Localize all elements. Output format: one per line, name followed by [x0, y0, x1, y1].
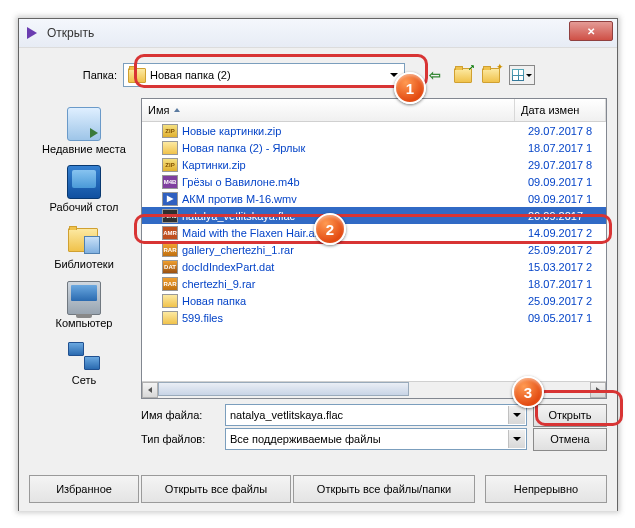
open-all-folders-button[interactable]: Открыть все файлы/папки	[293, 475, 475, 503]
filename-value: natalya_vetlitskaya.flac	[230, 409, 343, 421]
file-row[interactable]: Новая папка (2) - Ярлык18.07.2017 1	[142, 139, 606, 156]
place-recent[interactable]: Недавние места	[38, 102, 130, 160]
file-date: 29.07.2017 8	[528, 159, 606, 171]
computer-icon	[67, 281, 101, 315]
file-type-icon	[162, 209, 178, 223]
annotation-badge-1: 1	[394, 72, 426, 104]
continuous-button[interactable]: Непрерывно	[485, 475, 607, 503]
cancel-button[interactable]: Отмена	[533, 428, 607, 451]
file-row[interactable]: Грёзы о Вавилоне.m4b09.09.2017 1	[142, 173, 606, 190]
window-title: Открыть	[47, 26, 94, 40]
place-libraries[interactable]: Библиотеки	[38, 218, 130, 276]
desktop-icon	[67, 165, 101, 199]
file-date: 14.09.2017 2	[528, 227, 606, 239]
file-date: 25.09.2017 2	[528, 244, 606, 256]
file-date: 18.07.2017 1	[528, 142, 606, 154]
file-row[interactable]: АКМ против М-16.wmv09.09.2017 1	[142, 190, 606, 207]
file-date: 25.09.2017 2	[528, 295, 606, 307]
view-menu-icon[interactable]	[509, 65, 535, 85]
place-label: Рабочий стол	[49, 201, 118, 213]
file-list-area: Имя Дата измен Новые картинки.zip29.07.2…	[141, 98, 607, 399]
file-type-icon	[162, 141, 178, 155]
new-folder-icon[interactable]	[481, 65, 501, 85]
file-row[interactable]: Картинки.zip29.07.2017 8	[142, 156, 606, 173]
file-type-icon	[162, 277, 178, 291]
place-label: Библиотеки	[54, 258, 114, 270]
scroll-left-icon[interactable]	[142, 382, 158, 398]
file-name: Новые картинки.zip	[182, 125, 528, 137]
lookin-combo[interactable]: Новая папка (2)	[123, 63, 405, 87]
file-type-icon	[162, 124, 178, 138]
file-type-icon	[162, 158, 178, 172]
annotation-badge-2: 2	[314, 213, 346, 245]
place-network[interactable]: Сеть	[38, 334, 130, 392]
file-type-icon	[162, 294, 178, 308]
file-type-icon	[162, 226, 178, 240]
file-name: gallery_chertezhi_1.rar	[182, 244, 528, 256]
titlebar[interactable]: Открыть	[19, 19, 617, 48]
file-date: 15.03.2017 2	[528, 261, 606, 273]
file-type-icon	[162, 243, 178, 257]
file-row[interactable]: gallery_chertezhi_1.rar25.09.2017 2	[142, 241, 606, 258]
place-label: Компьютер	[56, 317, 113, 329]
favorites-button[interactable]: Избранное	[29, 475, 139, 503]
scroll-thumb[interactable]	[158, 382, 409, 396]
file-row[interactable]: docIdIndexPart.dat15.03.2017 2	[142, 258, 606, 275]
file-list[interactable]: Новые картинки.zip29.07.2017 8Новая папк…	[142, 122, 606, 326]
file-name: АКМ против М-16.wmv	[182, 193, 528, 205]
file-name: 599.files	[182, 312, 528, 324]
open-button[interactable]: Открыть	[533, 404, 607, 427]
open-dialog: Открыть Папка: Новая папка (2) ⇦ Недавни…	[18, 18, 618, 511]
file-date: 09.09.2017 1	[528, 176, 606, 188]
file-type-icon	[162, 311, 178, 325]
file-row[interactable]: Новые картинки.zip29.07.2017 8	[142, 122, 606, 139]
dialog-body: Папка: Новая папка (2) ⇦ Недавние места …	[19, 48, 617, 511]
file-row[interactable]: Новая папка25.09.2017 2	[142, 292, 606, 309]
lookin-row: Папка: Новая папка (2) ⇦	[41, 62, 607, 88]
places-bar: Недавние места Рабочий стол Библиотеки К…	[33, 98, 135, 403]
file-row[interactable]: natalya_vetlitskaya.flac26.09.2017	[142, 207, 606, 224]
file-name: natalya_vetlitskaya.flac	[182, 210, 528, 222]
place-computer[interactable]: Компьютер	[38, 276, 130, 334]
file-type-icon	[162, 175, 178, 189]
up-folder-icon[interactable]	[453, 65, 473, 85]
lookin-value: Новая папка (2)	[150, 69, 231, 81]
column-date[interactable]: Дата измен	[515, 99, 606, 121]
file-type-icon	[162, 260, 178, 274]
bottom-fields: Имя файла: natalya_vetlitskaya.flac Откр…	[141, 403, 607, 453]
file-header: Имя Дата измен	[142, 99, 606, 122]
file-row[interactable]: Maid with the Flaxen Hair.amr14.09.2017 …	[142, 224, 606, 241]
file-date: 09.05.2017 1	[528, 312, 606, 324]
network-icon	[68, 340, 100, 372]
chevron-down-icon[interactable]	[508, 406, 525, 424]
column-name[interactable]: Имя	[142, 99, 515, 121]
filename-label: Имя файла:	[141, 409, 225, 421]
filename-input[interactable]: natalya_vetlitskaya.flac	[225, 404, 527, 426]
filetype-value: Все поддерживаемые файлы	[230, 433, 381, 445]
file-name: Новая папка (2) - Ярлык	[182, 142, 528, 154]
file-name: Грёзы о Вавилоне.m4b	[182, 176, 528, 188]
nav-toolbar: ⇦	[425, 65, 535, 85]
folder-icon	[128, 68, 146, 83]
filetype-combo[interactable]: Все поддерживаемые файлы	[225, 428, 527, 450]
filetype-label: Тип файлов:	[141, 433, 225, 445]
bottom-toolbar: Избранное Открыть все файлы Открыть все …	[29, 475, 607, 503]
open-all-files-button[interactable]: Открыть все файлы	[141, 475, 291, 503]
file-name: chertezhi_9.rar	[182, 278, 528, 290]
recent-icon	[67, 107, 101, 141]
file-date: 26.09.2017	[528, 210, 606, 222]
lookin-label: Папка:	[41, 69, 123, 81]
file-name: docIdIndexPart.dat	[182, 261, 528, 273]
back-icon[interactable]: ⇦	[425, 65, 445, 85]
file-date: 29.07.2017 8	[528, 125, 606, 137]
file-type-icon	[162, 192, 178, 206]
place-label: Недавние места	[42, 143, 126, 155]
place-label: Сеть	[72, 374, 96, 386]
scroll-right-icon[interactable]	[590, 382, 606, 398]
file-row[interactable]: chertezhi_9.rar18.07.2017 1	[142, 275, 606, 292]
file-row[interactable]: 599.files09.05.2017 1	[142, 309, 606, 326]
place-desktop[interactable]: Рабочий стол	[38, 160, 130, 218]
close-button[interactable]	[569, 21, 613, 41]
chevron-down-icon[interactable]	[508, 430, 525, 448]
file-name: Картинки.zip	[182, 159, 528, 171]
